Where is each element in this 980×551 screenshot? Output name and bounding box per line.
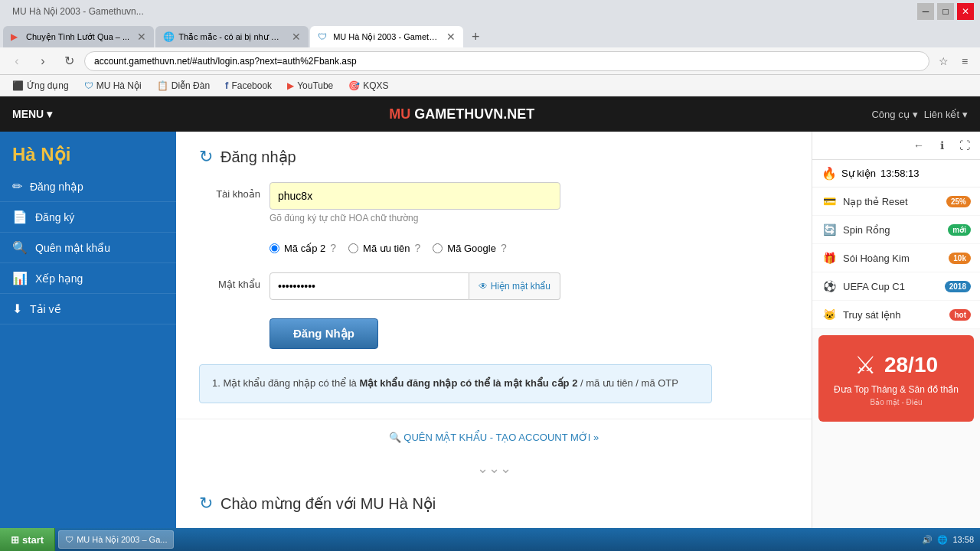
login-button-label: Đăng Nhập xyxy=(293,327,354,340)
event-uefa-cup[interactable]: ⚽ UEFA Cup C1 2018 xyxy=(812,272,980,301)
apps-icon: ⬛ xyxy=(12,80,24,91)
tab-1-title: Chuyện Tình Lướt Qua – ... xyxy=(26,32,129,42)
create-account-link[interactable]: TẠO ACCOUNT MỚI xyxy=(495,432,590,443)
menu-icon[interactable]: ≡ xyxy=(956,52,974,70)
reload-button[interactable]: ↻ xyxy=(58,51,80,72)
event-soi-hoang-kim[interactable]: 🎁 Sói Hoàng Kim 10k xyxy=(812,244,980,272)
lien-ket-link[interactable]: Liên kết ▾ xyxy=(924,109,968,120)
sidebar-item-login[interactable]: ✏ Đăng nhập xyxy=(0,171,176,202)
forward-button[interactable]: › xyxy=(32,51,54,72)
facebook-favicon: f xyxy=(225,80,228,91)
uefa-badge: 2018 xyxy=(945,281,971,292)
radio-ma-google[interactable]: Mã Google ? xyxy=(433,242,506,254)
tab-2-title: Thắc mắc - có ai bị như minh ... xyxy=(178,32,284,42)
bookmark-diendan[interactable]: 📋 Diễn Đàn xyxy=(151,78,216,93)
close-button[interactable]: ✕ xyxy=(957,3,974,20)
sidebar-item-register[interactable]: 📄 Đăng ký xyxy=(0,202,176,233)
sound-icon: 🔊 xyxy=(922,535,933,545)
divider-arrows: ⌄⌄⌄ xyxy=(176,460,812,477)
tab-3-title: MU Hà Nội 2003 - Gamethuvn... xyxy=(333,32,439,42)
minimize-button[interactable]: ─ xyxy=(917,3,934,20)
username-input[interactable] xyxy=(270,182,560,210)
bookmark-star-icon[interactable]: ☆ xyxy=(934,52,952,70)
tab-3[interactable]: 🛡 MU Hà Nội 2003 - Gamethuvn... ✕ xyxy=(310,26,463,47)
ranking-icon: 📊 xyxy=(12,271,28,285)
login-button[interactable]: Đăng Nhập xyxy=(270,318,378,349)
radio-ma-uu-tien-input[interactable] xyxy=(348,243,358,253)
links-footer: 🔍 QUÊN MẬT KHẨU - TẠO ACCOUNT MỚI » xyxy=(176,419,812,455)
radio-ma-cap-2-input[interactable] xyxy=(270,243,279,253)
ma-uu-tien-help-icon[interactable]: ? xyxy=(415,242,421,254)
radio-ma-uu-tien[interactable]: Mã ưu tiên ? xyxy=(348,242,420,254)
spin-icon: 🔄 xyxy=(822,222,837,237)
promo-watermark: Bảo mật - Điều xyxy=(828,398,965,406)
diendan-favicon: 📋 xyxy=(157,80,168,91)
cong-cu-chevron: ▾ xyxy=(913,109,918,120)
ma-cap-2-help-icon[interactable]: ? xyxy=(330,242,336,254)
bookmark-facebook[interactable]: f Facebook xyxy=(219,77,278,93)
login-icon: ✏ xyxy=(12,179,22,194)
tab-1-close[interactable]: ✕ xyxy=(137,31,146,43)
rs-fullscreen-icon[interactable]: ⛶ xyxy=(956,136,974,155)
lien-ket-label: Liên kết xyxy=(924,109,959,120)
event-list: 💳 Nạp thẻ Reset 25% 🔄 Spin Rồng mới 🎁 Só… xyxy=(812,187,980,329)
tab-3-close[interactable]: ✕ xyxy=(446,31,456,43)
event-nap-the-reset[interactable]: 💳 Nạp thẻ Reset 25% xyxy=(812,187,980,216)
show-password-button[interactable]: 👁 Hiện mật khẩu xyxy=(469,272,560,300)
bookmark-apps[interactable]: ⬛ Ứng dụng xyxy=(6,78,75,93)
info-box: 1. Mật khẩu đăng nhập có thể là Mật khẩu… xyxy=(199,364,712,403)
start-button[interactable]: ⊞ start xyxy=(0,528,55,551)
header-links: Công cụ ▾ Liên kết ▾ xyxy=(871,109,968,120)
tab-1[interactable]: ▶ Chuyện Tình Lướt Qua – ... ✕ xyxy=(3,26,154,47)
sidebar-item-ranking[interactable]: 📊 Xếp hạng xyxy=(0,263,176,294)
sidebar-ranking-label: Xếp hạng xyxy=(35,272,83,285)
section-title-text: Đăng nhập xyxy=(220,148,296,166)
tab-bar: ▶ Chuyện Tình Lướt Qua – ... ✕ 🌐 Thắc mắ… xyxy=(0,23,980,47)
rs-prev-icon[interactable]: ← xyxy=(910,136,928,155)
taskbar-right: 🔊 🌐 13:58 xyxy=(916,535,980,545)
tab-3-favicon: 🛡 xyxy=(318,31,328,42)
password-control-wrap: 👁 Hiện mật khẩu xyxy=(270,272,712,300)
address-input[interactable] xyxy=(84,51,929,71)
bookmark-muhanoi[interactable]: 🛡 MU Hà Nội xyxy=(78,78,148,93)
taskbar-items: 🛡 MU Hà Nội 2003 – Ga... xyxy=(55,530,916,549)
spin-label: Spin Rồng xyxy=(843,224,942,236)
maximize-button[interactable]: □ xyxy=(937,3,954,20)
menu-button[interactable]: MENU ▾ xyxy=(12,108,52,120)
start-label: start xyxy=(22,534,44,546)
radio-ma-google-input[interactable] xyxy=(433,243,443,253)
event-time: 13:58:13 xyxy=(880,168,920,179)
password-wrap: 👁 Hiện mật khẩu xyxy=(270,272,560,300)
tab-2[interactable]: 🌐 Thắc mắc - có ai bị như minh ... ✕ xyxy=(155,26,309,47)
promo-desc: Đưa Top Tháng & Sân đồ thần xyxy=(828,384,965,395)
uefa-icon: ⚽ xyxy=(822,279,837,294)
uefa-label: UEFA Cup C1 xyxy=(843,281,939,292)
right-sidebar: ← ℹ ⛶ 🔥 Sự kiện 13:58:13 💳 Nạp thẻ Reset… xyxy=(812,132,980,551)
truy-sat-label: Truy sát lệnh xyxy=(843,309,943,321)
main-content: ↻ Đăng nhập Tài khoản Gõ đúng ký tự chữ … xyxy=(176,132,812,551)
forgot-icon: 🔍 xyxy=(12,240,28,255)
rs-info-icon[interactable]: ℹ xyxy=(933,136,951,155)
bookmark-youtube[interactable]: ▶ YouTube xyxy=(281,78,339,93)
title-bar: MU Hà Nội 2003 - Gamethuvn... ─ □ ✕ xyxy=(0,0,980,23)
sidebar-item-download[interactable]: ⬇ Tải về xyxy=(0,294,176,324)
back-button[interactable]: ‹ xyxy=(6,51,28,72)
bookmark-kqxs[interactable]: 🎯 KQXS xyxy=(342,78,394,93)
site-header: MENU ▾ MU GAMETHUVN.NET Công cụ ▾ Liên k… xyxy=(0,96,980,132)
tab-2-close[interactable]: ✕ xyxy=(292,31,301,43)
event-spin-rong[interactable]: 🔄 Spin Rồng mới xyxy=(812,216,980,244)
radio-ma-cap-2[interactable]: Mã cấp 2 ? xyxy=(270,242,336,254)
cong-cu-link[interactable]: Công cụ ▾ xyxy=(871,109,917,120)
taskbar-item-muhanoi[interactable]: 🛡 MU Hà Nội 2003 – Ga... xyxy=(58,530,174,549)
event-truy-sat-lenh[interactable]: 🐱 Truy sát lệnh hot xyxy=(812,301,980,329)
muhanoi-label: MU Hà Nội xyxy=(96,80,142,91)
cong-cu-label: Công cụ xyxy=(871,109,909,120)
sidebar-item-forgot-password[interactable]: 🔍 Quên mật khẩu xyxy=(0,233,176,263)
new-tab-button[interactable]: + xyxy=(465,26,486,47)
password-input[interactable] xyxy=(270,272,469,300)
promo-banner: ⚔ 28/10 Đưa Top Tháng & Sân đồ thần Bảo … xyxy=(818,335,974,422)
forgot-password-link[interactable]: QUÊN MẬT KHẨU xyxy=(403,432,487,443)
ma-google-help-icon[interactable]: ? xyxy=(501,242,507,254)
network-icon: 🌐 xyxy=(937,535,948,545)
taskbar-item-favicon: 🛡 xyxy=(65,535,74,544)
